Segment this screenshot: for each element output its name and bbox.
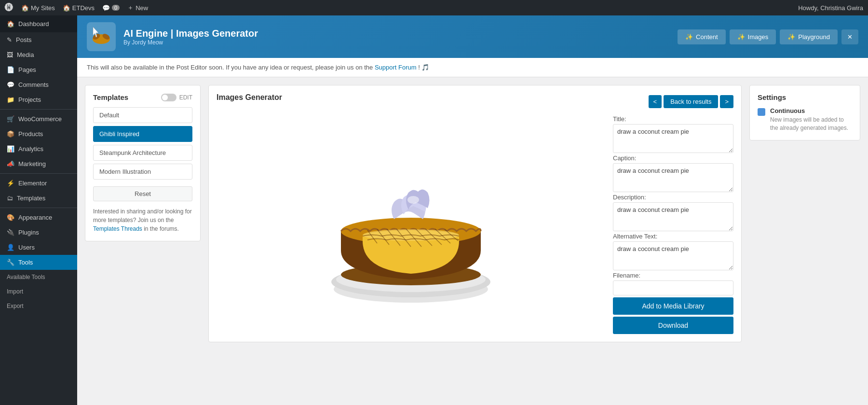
plugin-author: By Jordy Meow (123, 39, 670, 46)
comments-link[interactable]: 💬 0 (102, 4, 120, 12)
plugin-logo (87, 22, 116, 51)
sidebar-item-comments[interactable]: 💬 Comments (0, 77, 77, 92)
settings-panel: Settings Continuous New images will be a… (749, 85, 860, 140)
generator-form: Title: draw a coconut cream pie Caption:… (613, 115, 733, 334)
generator-image-area (217, 115, 605, 334)
continuous-label: Continuous (770, 107, 852, 114)
back-to-results-btn[interactable]: Back to results (664, 95, 718, 108)
content-area: Templates EDIT Default Ghibli Inspired S… (77, 77, 868, 350)
sidebar-item-woocommerce[interactable]: 🛒 WooCommerce (0, 112, 77, 126)
sidebar-item-available-tools[interactable]: Available Tools (0, 270, 77, 284)
close-plugin-btn[interactable]: ✕ (841, 29, 858, 44)
generator-title: Images Generator (217, 93, 282, 102)
sidebar-item-import[interactable]: Import (0, 284, 77, 299)
plugin-title: AI Engine | Images Generator (123, 28, 670, 39)
plugin-logo-svg (89, 25, 113, 49)
description-label: Description: (613, 194, 733, 201)
sidebar-item-projects[interactable]: 📁 Projects (0, 92, 77, 107)
close-icon: ✕ (847, 33, 853, 41)
sidebar-item-pages[interactable]: 📄 Pages (0, 62, 77, 77)
template-item-modern[interactable]: Modern Illustration (93, 164, 192, 180)
templates-footer: Interested in sharing and/or looking for… (93, 207, 192, 233)
products-icon: 📦 (7, 130, 14, 138)
filename-input[interactable]: draw-a-coconut-cream-pie.png (613, 280, 733, 295)
appearance-icon: 🎨 (7, 214, 14, 221)
pie-image (310, 125, 512, 308)
alt-label: Alternative Text: (613, 233, 733, 240)
sidebar-item-products[interactable]: 📦 Products (0, 126, 77, 141)
continuous-desc: New images will be added to the already … (770, 116, 852, 132)
title-label: Title: (613, 115, 733, 123)
continuous-option: Continuous New images will be added to t… (758, 107, 852, 132)
sidebar-separator-3 (0, 208, 77, 208)
sidebar-item-analytics[interactable]: 📊 Analytics (0, 141, 77, 156)
settings-title: Settings (758, 93, 852, 101)
tools-icon: 🔧 (7, 259, 14, 266)
templates-panel: Templates EDIT Default Ghibli Inspired S… (85, 85, 201, 241)
main-content: AI Engine | Images Generator By Jordy Me… (77, 15, 868, 405)
content-nav-btn[interactable]: ✨ Content (678, 29, 726, 44)
alt-text-input[interactable]: draw a coconut cream pie (613, 241, 733, 270)
info-bar: This will also be available in the Post … (77, 58, 868, 77)
marketing-icon: 📣 (7, 160, 14, 168)
continuous-checkbox[interactable] (758, 108, 765, 116)
posts-icon: ✎ (7, 36, 12, 43)
sidebar-item-elementor[interactable]: ⚡ Elementor (0, 176, 77, 191)
sidebar-item-users[interactable]: 👤 Users (0, 240, 77, 255)
analytics-icon: 📊 (7, 145, 14, 153)
template-item-ghibli[interactable]: Ghibli Inspired (93, 126, 192, 142)
nav-buttons: < Back to results > (649, 95, 733, 108)
projects-icon: 📁 (7, 96, 14, 103)
generator-panel: Images Generator < Back to results > (208, 85, 742, 342)
playground-nav-btn[interactable]: ✨ Playground (780, 29, 838, 44)
plugin-nav: ✨ Content ✨ Images ✨ Playground ✕ (678, 29, 858, 44)
user-greeting: Howdy, Christina Gwira (798, 4, 863, 12)
plugins-icon: 🔌 (7, 229, 14, 236)
playground-star-icon: ✨ (787, 33, 795, 41)
sidebar-separator (0, 109, 77, 110)
sidebar-item-marketing[interactable]: 📣 Marketing (0, 156, 77, 171)
sidebar-item-appearance[interactable]: 🎨 Appearance (0, 210, 77, 225)
dashboard-icon: 🏠 (7, 20, 14, 28)
new-content-menu[interactable]: ＋ New (127, 3, 148, 12)
support-forum-link[interactable]: Support Forum (375, 64, 417, 71)
wp-logo: 🅦 (5, 3, 14, 13)
images-nav-btn[interactable]: ✨ Images (730, 29, 776, 44)
edit-toggle-switch[interactable] (161, 94, 176, 101)
images-star-icon: ✨ (737, 33, 745, 41)
sidebar-item-posts[interactable]: ✎ Posts (0, 32, 77, 47)
title-input[interactable]: draw a coconut cream pie (613, 124, 733, 153)
edit-toggle[interactable]: EDIT (161, 94, 192, 101)
elementor-icon: ⚡ (7, 180, 14, 187)
pages-icon: 📄 (7, 66, 14, 73)
home-icon: 🏠 (63, 4, 70, 12)
comment-icon: 💬 (102, 4, 110, 12)
templates-threads-link[interactable]: Templates Threads (93, 225, 142, 232)
my-sites-icon: 🏠 (21, 4, 29, 12)
prev-result-btn[interactable]: < (649, 95, 662, 108)
description-input[interactable]: draw a coconut cream pie (613, 202, 733, 231)
continuous-option-content: Continuous New images will be added to t… (770, 107, 852, 132)
plus-icon: ＋ (127, 3, 134, 12)
my-sites-menu[interactable]: 🏠 My Sites (21, 4, 55, 12)
template-item-default[interactable]: Default (93, 107, 192, 123)
download-btn[interactable]: Download (613, 317, 733, 334)
filename-label: Filename: (613, 272, 733, 279)
sidebar-item-templates[interactable]: 🗂 Templates (0, 191, 77, 206)
sidebar: 🏠 Dashboard ✎ Posts 🖼 Media 📄 Pages 💬 Co… (0, 15, 77, 405)
templates-panel-title: Templates (93, 93, 128, 101)
sidebar-item-tools[interactable]: 🔧 Tools (0, 255, 77, 270)
sidebar-separator-2 (0, 173, 77, 174)
sidebar-item-dashboard[interactable]: 🏠 Dashboard (0, 15, 77, 32)
reset-button[interactable]: Reset (93, 186, 192, 201)
site-name[interactable]: 🏠 ETDevs (63, 4, 95, 12)
media-icon: 🖼 (7, 51, 13, 58)
sidebar-item-media[interactable]: 🖼 Media (0, 47, 77, 62)
next-result-btn[interactable]: > (720, 95, 733, 108)
template-item-steampunk[interactable]: Steampunk Architecture (93, 145, 192, 161)
sidebar-item-export[interactable]: Export (0, 299, 77, 313)
add-to-media-btn[interactable]: Add to Media Library (613, 297, 733, 315)
sidebar-item-plugins[interactable]: 🔌 Plugins (0, 225, 77, 240)
content-star-icon: ✨ (685, 33, 693, 41)
caption-input[interactable]: draw a coconut cream pie (613, 163, 733, 192)
